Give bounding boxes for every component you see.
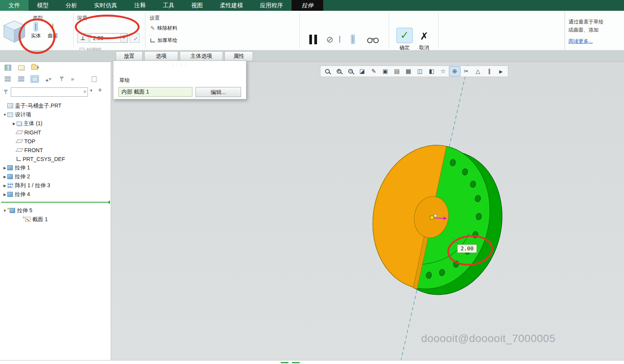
tree-row-datum-top[interactable]: TOP (0, 137, 111, 146)
tree-filter-input[interactable] (12, 88, 80, 96)
expander-icon[interactable]: ▶ (2, 184, 7, 188)
tree-filter-settings-button[interactable] (57, 75, 66, 83)
solid-cube-icon (34, 22, 38, 31)
resume-icon[interactable]: ► (495, 66, 507, 76)
tree-row-extrude-4[interactable]: ▶ 拉伸 4 (0, 190, 111, 199)
datum-display-icon[interactable]: ✂ (460, 66, 472, 76)
filter-add-icon[interactable]: + (98, 86, 102, 94)
tree-row-section-1-pending[interactable]: * 截面 1 (0, 215, 111, 224)
tree-detail-list-button[interactable] (17, 75, 25, 83)
tree-row-pattern-1[interactable]: ▶ 阵列 1 / 拉伸 3 (0, 181, 111, 190)
insertion-locator-line[interactable] (1, 202, 110, 203)
pause-button[interactable] (309, 35, 317, 44)
menu-tab-live-simulation[interactable]: 实时仿真 (86, 0, 126, 11)
menu-tab-view[interactable]: 视图 (183, 0, 211, 11)
verify-glasses-icon[interactable] (367, 38, 379, 43)
view-manager-icon[interactable]: ▦ (403, 66, 414, 76)
tree-row-csys[interactable]: PRT_CSYS_DEF (0, 154, 111, 163)
graphics-viewport[interactable]: ◪ ✎ ▣ ▤ ▦ ◫ ◧ ☆ ⊕ ✂ △ ∥ ► (111, 62, 624, 360)
bodies-icon (17, 121, 22, 126)
depth-drag-handle[interactable] (430, 216, 434, 220)
tab-body-options[interactable]: 主体选项 (180, 51, 223, 61)
menu-tab-model[interactable]: 模型 (29, 0, 57, 11)
tab-placement[interactable]: 放置 (116, 51, 143, 61)
pause-small-icon[interactable]: ∥ (484, 66, 495, 76)
expander-icon[interactable]: ▼ (2, 209, 7, 213)
tree-node-label: 拉伸 5 (17, 207, 32, 214)
surface-type-button[interactable]: 曲面 (48, 22, 58, 39)
refit-icon[interactable]: ◪ (356, 66, 368, 76)
thicken-sketch-toggle[interactable]: 加厚草绘 (150, 37, 177, 44)
thicken-sketch-label: 加厚草绘 (157, 37, 177, 44)
tree-row-extrude-5-pending[interactable]: ▼ * 拉伸 5 (0, 206, 111, 215)
expander-icon[interactable]: ▶ (2, 175, 7, 179)
no-preview-icon[interactable]: ⊘ (326, 35, 333, 45)
tab-properties[interactable]: 属性 (224, 51, 253, 61)
solid-type-button[interactable]: 实体 (31, 22, 41, 39)
annotation-display-icon[interactable]: ☆ (437, 66, 449, 76)
perspective-icon[interactable]: ◫ (414, 66, 426, 76)
flip-arrows-icon: ↔ (130, 34, 139, 42)
filter-dropdown-icon[interactable]: ▼ (89, 89, 93, 92)
layer-tree-button[interactable] (17, 64, 25, 71)
depth-value-combobox[interactable]: 2.00 ▼ (90, 33, 128, 43)
expander-icon[interactable]: ▶ (2, 193, 7, 196)
panel-drag-handle[interactable]: · · · ·· · · · (113, 62, 246, 66)
expander-icon[interactable]: ▼ (2, 113, 7, 117)
tree-sort-button[interactable] (44, 75, 52, 83)
tree-columns-button[interactable] (30, 75, 39, 83)
tab-options[interactable]: 选项 (144, 51, 178, 61)
tree-document-button[interactable] (90, 75, 98, 83)
model-canvas[interactable]: 2.00 (111, 62, 624, 360)
warning-display-icon[interactable]: △ (472, 66, 484, 76)
tree-row-part-root[interactable]: 盖子-马桶盒子.PRT (0, 101, 111, 110)
zoom-in-icon[interactable] (333, 66, 345, 76)
separator (145, 13, 145, 48)
section-icon[interactable]: ◧ (426, 66, 437, 76)
toolbar-overflow-chevron[interactable]: » (71, 76, 74, 82)
watermark-text: dooooit@dooooit_7000005 (421, 332, 555, 345)
tree-row-extrude-2[interactable]: ▶ 拉伸 2 (0, 172, 111, 181)
unattached-preview-button[interactable] (339, 36, 340, 42)
menu-tab-analysis[interactable]: 分析 (57, 0, 86, 11)
menu-tab-annotate[interactable]: 注释 (126, 0, 154, 11)
repaint-icon[interactable]: ✎ (368, 66, 379, 76)
tree-list-button[interactable] (3, 75, 12, 83)
zoom-out-icon[interactable] (345, 66, 356, 76)
edit-sketch-button[interactable]: 编辑... (196, 87, 241, 97)
menu-tab-file[interactable]: 文件 (0, 0, 29, 11)
cover-part-3d[interactable] (359, 134, 516, 306)
menu-tab-flexible-modeling[interactable]: 柔性建模 (211, 0, 251, 11)
model-tree-toggle-button[interactable] (3, 64, 12, 71)
display-style-icon[interactable]: ▣ (379, 66, 391, 76)
zoom-region-icon[interactable] (322, 66, 333, 76)
depth-dimension-value[interactable]: 2.00 (460, 245, 474, 252)
tree-row-design-items[interactable]: ▼ 设计项 (0, 110, 111, 119)
chevron-down-icon[interactable]: ▼ (120, 34, 127, 42)
flip-depth-direction-button[interactable]: ↔ (130, 33, 140, 43)
ok-button[interactable]: ✓ 确定 (396, 28, 413, 51)
tree-row-datum-right[interactable]: RIGHT (0, 128, 111, 137)
extrude-icon (7, 192, 13, 197)
depth-type-button[interactable]: ⊥ (77, 33, 89, 43)
favorites-folder-button[interactable] (30, 64, 39, 71)
saved-orientations-icon[interactable]: ▤ (391, 66, 403, 76)
menu-tab-extrude-active[interactable]: 拉伸 (292, 0, 323, 11)
tree-row-bodies[interactable]: ▶ 主体 (1) (0, 119, 111, 128)
remove-material-toggle[interactable]: ✎ 移除材料 (150, 25, 177, 32)
tree-filter-box: × (11, 87, 88, 97)
attached-preview-button-pressed[interactable] (351, 35, 355, 44)
clear-filter-icon[interactable]: × (83, 89, 86, 95)
tree-row-datum-front[interactable]: FRONT (0, 146, 111, 154)
spin-center-icon[interactable]: ⊕ (449, 66, 460, 76)
tree-row-extrude-1[interactable]: ▶ 拉伸 1 (0, 163, 111, 172)
cancel-button[interactable]: ✗ 取消 (417, 29, 432, 51)
depth-value[interactable]: 2.00 (90, 35, 120, 41)
menu-tab-tools[interactable]: 工具 (154, 0, 183, 11)
menu-tab-applications[interactable]: 应用程序 (251, 0, 292, 11)
handle-square[interactable] (434, 215, 437, 217)
expander-icon[interactable]: ▶ (12, 122, 17, 126)
expander-icon[interactable]: ▶ (2, 166, 7, 170)
sketch-reference-field[interactable]: 内部 截面 1 (118, 87, 192, 97)
read-more-link[interactable]: 阅读更多... (568, 37, 593, 45)
